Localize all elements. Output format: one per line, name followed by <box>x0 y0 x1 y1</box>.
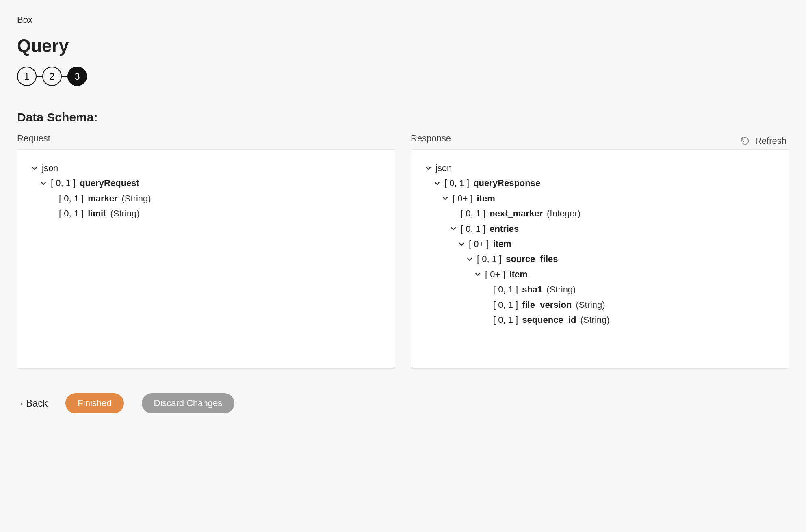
cardinality: [ 0, 1 ] <box>59 191 84 206</box>
field-name: sequence_id <box>522 312 576 327</box>
tree-node-json[interactable]: json <box>421 160 779 175</box>
cardinality: [ 0+ ] <box>485 267 505 282</box>
field-name: sha1 <box>522 282 542 297</box>
field-name: source_files <box>506 251 558 266</box>
field-type: (String) <box>580 312 609 327</box>
field-type: (Integer) <box>547 206 581 221</box>
chevron-left-icon: ‹ <box>20 399 23 408</box>
request-panel: json [ 0, 1 ] queryRequest [ 0, 1 ] mark… <box>17 149 395 369</box>
cardinality: [ 0, 1 ] <box>493 312 518 327</box>
tree-node-source-item[interactable]: [ 0+ ] item <box>421 267 779 282</box>
field-type: (String) <box>122 191 151 206</box>
tree-leaf-next-marker[interactable]: [ 0, 1 ] next_marker (Integer) <box>421 206 779 221</box>
cardinality: [ 0, 1 ] <box>51 175 76 190</box>
node-label: json <box>42 160 58 175</box>
back-button[interactable]: ‹ Back <box>20 398 48 409</box>
field-name: item <box>509 267 528 282</box>
tree-leaf-marker[interactable]: [ 0, 1 ] marker (String) <box>27 191 385 206</box>
chevron-down-icon <box>450 226 457 231</box>
field-type: (String) <box>546 282 576 297</box>
field-type: (String) <box>110 206 139 221</box>
step-connector <box>62 76 67 77</box>
cardinality: [ 0+ ] <box>469 236 489 251</box>
cardinality: [ 0, 1 ] <box>461 221 485 236</box>
field-name: item <box>477 191 495 206</box>
field-name: queryResponse <box>473 175 540 190</box>
cardinality: [ 0, 1 ] <box>444 175 469 190</box>
tree-node-entries[interactable]: [ 0, 1 ] entries <box>421 221 779 236</box>
tree-leaf-sha1[interactable]: [ 0, 1 ] sha1 (String) <box>421 282 779 297</box>
tree-node-json[interactable]: json <box>27 160 385 175</box>
step-1[interactable]: 1 <box>17 67 37 86</box>
chevron-down-icon <box>31 165 38 171</box>
field-name: file_version <box>522 297 572 312</box>
response-label: Response <box>411 133 789 144</box>
tree-node-item[interactable]: [ 0+ ] item <box>421 191 779 206</box>
field-type: (String) <box>576 297 605 312</box>
page-title: Query <box>17 36 789 56</box>
node-label: json <box>436 160 452 175</box>
tree-leaf-limit[interactable]: [ 0, 1 ] limit (String) <box>27 206 385 221</box>
field-name: entries <box>490 221 519 236</box>
cardinality: [ 0, 1 ] <box>493 282 518 297</box>
back-label: Back <box>26 398 48 409</box>
field-name: marker <box>88 191 117 206</box>
response-panel: json [ 0, 1 ] queryResponse [ 0+ ] item … <box>411 149 789 369</box>
chevron-down-icon <box>458 241 465 247</box>
chevron-down-icon <box>442 195 448 201</box>
tree-node-queryrequest[interactable]: [ 0, 1 ] queryRequest <box>27 175 385 190</box>
cardinality: [ 0+ ] <box>453 191 473 206</box>
cardinality: [ 0, 1 ] <box>59 206 84 221</box>
chevron-down-icon <box>466 256 473 262</box>
step-connector <box>37 76 42 77</box>
field-name: queryRequest <box>80 175 139 190</box>
tree-leaf-file-version[interactable]: [ 0, 1 ] file_version (String) <box>421 297 779 312</box>
tree-node-queryresponse[interactable]: [ 0, 1 ] queryResponse <box>421 175 779 190</box>
chevron-down-icon <box>474 271 481 277</box>
step-3[interactable]: 3 <box>67 67 87 86</box>
stepper: 1 2 3 <box>17 67 789 86</box>
finished-button[interactable]: Finished <box>65 393 124 413</box>
tree-leaf-sequence-id[interactable]: [ 0, 1 ] sequence_id (String) <box>421 312 779 327</box>
section-title: Data Schema: <box>17 110 789 124</box>
field-name: limit <box>88 206 106 221</box>
chevron-down-icon <box>434 180 440 186</box>
cardinality: [ 0, 1 ] <box>477 251 502 266</box>
field-name: item <box>493 236 511 251</box>
footer-actions: ‹ Back Finished Discard Changes <box>17 393 789 413</box>
cardinality: [ 0, 1 ] <box>493 297 518 312</box>
breadcrumb[interactable]: Box <box>17 15 32 25</box>
chevron-down-icon <box>40 180 47 186</box>
step-2[interactable]: 2 <box>42 67 62 86</box>
cardinality: [ 0, 1 ] <box>461 206 485 221</box>
chevron-down-icon <box>425 165 431 171</box>
tree-node-source-files[interactable]: [ 0, 1 ] source_files <box>421 251 779 266</box>
discard-changes-button[interactable]: Discard Changes <box>142 393 235 413</box>
field-name: next_marker <box>490 206 543 221</box>
tree-node-entries-item[interactable]: [ 0+ ] item <box>421 236 779 251</box>
request-label: Request <box>17 133 395 144</box>
